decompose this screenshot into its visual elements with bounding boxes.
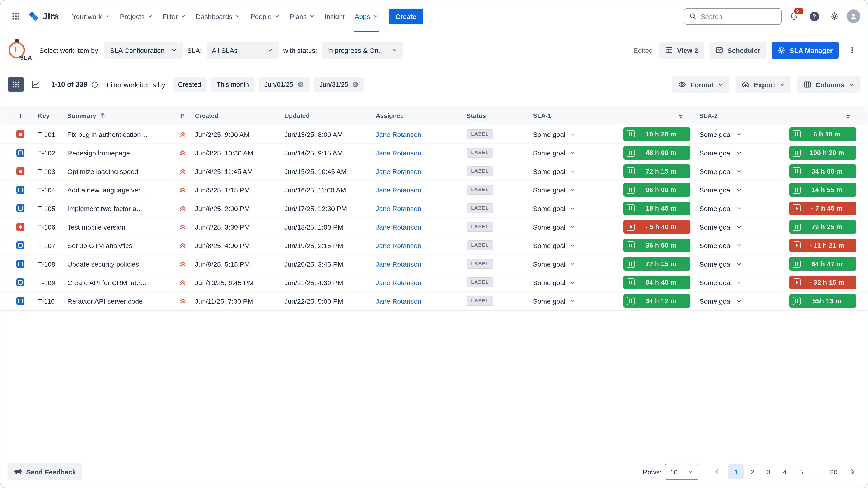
filter-chip[interactable]: Jun/31/25	[314, 77, 364, 92]
sla1-goal-dropdown[interactable]: Some goal	[533, 279, 575, 286]
page-button-20[interactable]: 20	[826, 464, 841, 480]
columns-button[interactable]: Columns	[798, 76, 860, 93]
header-priority[interactable]: P	[174, 112, 191, 119]
page-button-1[interactable]: 1	[728, 464, 744, 480]
assignee-link[interactable]: Jane Rotanson	[376, 130, 421, 138]
export-button[interactable]: Export	[736, 76, 791, 93]
assignee-link[interactable]: Jane Rotanson	[376, 149, 421, 157]
table-row[interactable]: T-110 Refactor API server code Jun/11/25…	[0, 292, 868, 311]
help-button[interactable]: ?	[806, 8, 822, 24]
sla2-goal-dropdown[interactable]: Some goal	[700, 223, 742, 231]
sla2-goal-dropdown[interactable]: Some goal	[700, 186, 742, 194]
table-row[interactable]: T-103 Optimize loading speed Jun/4/25, 1…	[0, 162, 868, 181]
issue-summary[interactable]: Refactor API server code	[60, 297, 174, 305]
sla1-goal-dropdown[interactable]: Some goal	[533, 297, 575, 305]
more-options-button[interactable]	[844, 42, 860, 58]
send-feedback-button[interactable]: Send Feedback	[8, 463, 82, 480]
header-created[interactable]: Created	[191, 112, 281, 119]
header-summary-sort[interactable]: Summary	[60, 112, 174, 119]
status-dropdown[interactable]: In progress & On…	[322, 41, 403, 59]
sla1-goal-dropdown[interactable]: Some goal	[533, 130, 575, 138]
profile-avatar[interactable]	[847, 9, 860, 23]
sla2-goal-dropdown[interactable]: Some goal	[700, 279, 742, 286]
nav-item-people[interactable]: People	[246, 0, 285, 32]
page-button-3[interactable]: 3	[761, 464, 776, 480]
sla-dropdown[interactable]: All SLAs	[206, 41, 279, 59]
assignee-link[interactable]: Jane Rotanson	[376, 279, 421, 286]
nav-item-dashboards[interactable]: Dashboards	[191, 0, 246, 32]
assignee-link[interactable]: Jane Rotanson	[376, 204, 421, 212]
nav-item-insight[interactable]: Insight	[320, 0, 349, 32]
table-row[interactable]: T-104 Add a new language ver… Jun/5/25, …	[0, 181, 868, 199]
sla1-goal-dropdown[interactable]: Some goal	[533, 149, 575, 157]
header-updated[interactable]: Updated	[281, 112, 370, 119]
sla1-goal-dropdown[interactable]: Some goal	[533, 223, 575, 231]
app-switcher-button[interactable]	[8, 8, 24, 24]
sla1-goal-dropdown[interactable]: Some goal	[533, 241, 575, 249]
sla2-goal-dropdown[interactable]: Some goal	[700, 149, 742, 157]
issue-summary[interactable]: Add a new language ver…	[60, 186, 174, 194]
assignee-link[interactable]: Jane Rotanson	[376, 297, 421, 305]
sla2-goal-dropdown[interactable]: Some goal	[700, 260, 742, 268]
assignee-link[interactable]: Jane Rotanson	[376, 167, 421, 175]
table-row[interactable]: T-101 Fix bug in authentication… Jun/2/2…	[0, 125, 868, 144]
prev-page-button[interactable]	[709, 464, 725, 480]
scheduler-button[interactable]: Scheduler	[709, 41, 766, 59]
table-row[interactable]: T-108 Update security policies Jun/9/25,…	[0, 255, 868, 273]
sla1-filter-button[interactable]	[677, 111, 685, 120]
nav-item-plans[interactable]: Plans	[285, 0, 320, 32]
issue-summary[interactable]: Optimize loading speed	[60, 167, 174, 175]
issue-summary[interactable]: Test mobile version	[60, 223, 174, 231]
assignee-link[interactable]: Jane Rotanson	[376, 223, 421, 231]
nav-item-projects[interactable]: Projects	[115, 0, 158, 32]
assignee-link[interactable]: Jane Rotanson	[376, 260, 421, 268]
table-row[interactable]: T-106 Test mobile version Jun/7/25, 3:30…	[0, 218, 868, 236]
header-assignee[interactable]: Assignee	[370, 112, 461, 119]
next-page-button[interactable]	[845, 464, 860, 480]
table-row[interactable]: T-102 Redesign homepage… Jun/3/25, 10:30…	[0, 144, 868, 162]
settings-button[interactable]	[827, 8, 843, 24]
chip-close-icon[interactable]	[352, 81, 359, 88]
page-button-5[interactable]: 5	[794, 464, 809, 480]
page-button-2[interactable]: 2	[745, 464, 760, 480]
sla2-goal-dropdown[interactable]: Some goal	[700, 204, 742, 212]
page-button-4[interactable]: 4	[777, 464, 793, 480]
notifications-button[interactable]: 9+	[786, 8, 802, 24]
issue-summary[interactable]: Create API for CRM inte…	[60, 279, 174, 286]
sla2-goal-dropdown[interactable]: Some goal	[700, 167, 742, 175]
chart-view-button[interactable]	[28, 77, 44, 92]
sla1-goal-dropdown[interactable]: Some goal	[533, 167, 575, 175]
sla2-goal-dropdown[interactable]: Some goal	[700, 241, 742, 249]
nav-item-filter[interactable]: Filter	[158, 0, 191, 32]
search-box[interactable]	[684, 8, 782, 25]
sla1-goal-dropdown[interactable]: Some goal	[533, 204, 575, 212]
filter-chip[interactable]: This month	[211, 77, 254, 92]
assignee-link[interactable]: Jane Rotanson	[376, 241, 421, 249]
table-row[interactable]: T-107 Set up GTM analytics Jun/8/25, 4:0…	[0, 236, 868, 255]
nav-item-your-work[interactable]: Your work	[67, 0, 115, 32]
issue-summary[interactable]: Fix bug in authentication…	[60, 130, 174, 138]
view-button[interactable]: View 2	[659, 41, 704, 59]
jira-logo[interactable]: Jira	[25, 10, 62, 22]
sla1-goal-dropdown[interactable]: Some goal	[533, 260, 575, 268]
format-button[interactable]: Format	[673, 76, 730, 93]
table-row[interactable]: T-109 Create API for CRM inte… Jun/10/25…	[0, 273, 868, 292]
issue-summary[interactable]: Redesign homepage…	[60, 149, 174, 157]
nav-item-apps[interactable]: Apps	[350, 0, 383, 32]
issue-summary[interactable]: Set up GTM analytics	[60, 241, 174, 249]
header-key[interactable]: Key	[31, 112, 60, 119]
issue-summary[interactable]: Update security policies	[60, 260, 174, 268]
issue-summary[interactable]: Implement two-factor a…	[60, 204, 174, 212]
table-row[interactable]: T-105 Implement two-factor a… Jun/6/25, …	[0, 199, 868, 218]
sla2-goal-dropdown[interactable]: Some goal	[700, 130, 742, 138]
refresh-button[interactable]	[91, 80, 98, 88]
header-type[interactable]: T	[9, 112, 31, 119]
header-status[interactable]: Status	[461, 112, 527, 119]
sla-manager-button[interactable]: SLA Manager	[772, 41, 839, 59]
create-button[interactable]: Create	[389, 8, 423, 24]
filter-chip[interactable]: Created	[173, 77, 207, 92]
workitem-dropdown[interactable]: SLA Configuration	[104, 41, 183, 59]
search-input[interactable]	[684, 8, 782, 25]
sla2-goal-dropdown[interactable]: Some goal	[700, 297, 742, 305]
filter-chip[interactable]: Jun/01/25	[259, 77, 309, 92]
